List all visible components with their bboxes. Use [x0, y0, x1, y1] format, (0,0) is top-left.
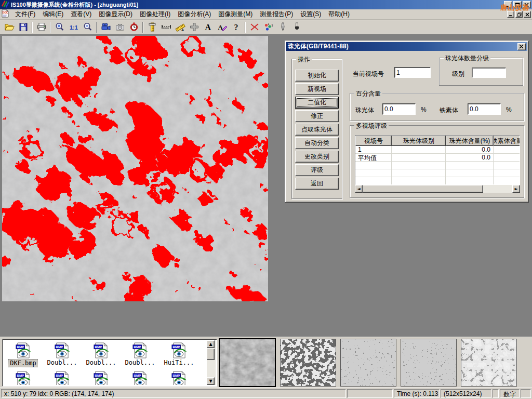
bmp-file-icon	[94, 371, 109, 385]
scroll-down-icon[interactable]: ▼	[207, 377, 215, 385]
table-row[interactable]: 10.0	[355, 146, 520, 154]
pick-pearlite-button[interactable]: 点取珠光体	[295, 124, 339, 136]
dialog-title-bar[interactable]: 珠光体(GB/T9441-88)	[286, 42, 527, 51]
table-header-1: 珠光体级别	[392, 136, 446, 146]
menu-item-image-display[interactable]: 图像显示(D)	[95, 9, 136, 20]
caliper-icon	[147, 22, 157, 32]
file-item[interactable]: DKF.bmp	[4, 340, 43, 367]
menu-item-image-process[interactable]: 图像处理(I)	[136, 9, 174, 20]
save-icon	[18, 22, 29, 32]
new-field-button[interactable]: 新视场	[295, 83, 339, 95]
dialog-close-button[interactable]	[517, 43, 526, 50]
current-field-input[interactable]	[394, 67, 431, 78]
zoom-in-button[interactable]	[52, 21, 66, 33]
return-button[interactable]: 返回	[295, 178, 339, 190]
table-cell: 1	[355, 146, 392, 154]
thumbnail-4[interactable]	[401, 339, 457, 387]
svg-text:3: 3	[271, 24, 273, 27]
status-time: Time (s): 0.113	[394, 389, 440, 398]
open-button[interactable]	[2, 21, 16, 33]
status-mode: 数字	[500, 389, 520, 398]
bmp-file-icon	[132, 342, 148, 358]
table-row[interactable]	[355, 177, 520, 185]
binarize-button[interactable]: 二值化	[295, 97, 339, 109]
brush-button[interactable]	[289, 21, 303, 33]
table-row[interactable]	[355, 162, 520, 169]
menu-bar: DOC 文件(F)编辑(E)查看(V)图像显示(D)图像处理(I)图像分析(A)…	[0, 9, 532, 20]
file-item[interactable]: Doubl...	[43, 340, 82, 367]
thumbnail-3[interactable]	[340, 339, 396, 387]
menu-item-view[interactable]: 查看(V)	[67, 9, 95, 20]
menu-item-report[interactable]: 测量报告(P)	[256, 9, 297, 20]
file-item[interactable]: HuiTi...	[159, 340, 198, 367]
file-item[interactable]	[121, 369, 159, 385]
menu-item-settings[interactable]: 设置(S)	[297, 9, 325, 20]
vscroll-thumb[interactable]	[207, 349, 215, 360]
svg-text:?: ?	[234, 23, 238, 32]
caliper-button[interactable]	[145, 21, 159, 33]
camera-icon	[115, 22, 125, 32]
menu-item-image-analysis[interactable]: 图像分析(A)	[174, 9, 215, 20]
text-button[interactable]: A	[201, 21, 215, 33]
file-item[interactable]	[159, 369, 198, 385]
hscroll-thumb[interactable]	[363, 185, 483, 193]
annotate-button[interactable]: A	[215, 21, 229, 33]
table-row[interactable]	[355, 169, 520, 177]
workspace: 珠光体(GB/T9441-88) 操作 初始化新视场二值化修正点取珠光体自动分类…	[0, 34, 532, 337]
thumbnail-2[interactable]	[280, 339, 336, 387]
file-item[interactable]: Doubl...	[82, 340, 121, 367]
menu-item-file[interactable]: 文件(F)	[11, 9, 39, 20]
thumbnail-1[interactable]	[219, 338, 276, 387]
grade-input[interactable]	[472, 68, 506, 78]
file-name: Doubl...	[85, 359, 117, 366]
table-hscrollbar[interactable]: ◄ ►	[355, 185, 520, 193]
file-item[interactable]	[82, 369, 121, 385]
measure-button[interactable]: A	[173, 21, 187, 33]
svg-text:1:1: 1:1	[70, 24, 78, 31]
print-button[interactable]	[34, 21, 48, 33]
thumbnail-5[interactable]	[461, 339, 517, 387]
toolbar-separator	[32, 22, 33, 33]
multi-field-group-label: 多视场评级	[354, 122, 389, 130]
count-points-button[interactable]: 1 3	[261, 21, 275, 33]
metallographic-image[interactable]	[2, 36, 268, 301]
bmp-file-icon	[94, 342, 109, 358]
zoom-out-button[interactable]	[81, 21, 95, 33]
file-item[interactable]	[4, 369, 43, 385]
pearlite-percent-unit: %	[421, 106, 427, 113]
help-button[interactable]: ?	[229, 21, 243, 33]
pen-button[interactable]	[275, 21, 289, 33]
menu-item-image-measure[interactable]: 图像测量(M)	[215, 9, 256, 20]
table-row[interactable]: 平均值0.0	[355, 154, 520, 162]
app-icon	[1, 0, 9, 9]
timer-button[interactable]	[127, 21, 141, 33]
initialize-button[interactable]: 初始化	[295, 70, 339, 82]
table-header-2: 珠光体含量(%)	[446, 136, 494, 146]
menu-item-edit[interactable]: 编辑(E)	[39, 9, 67, 20]
rating-table[interactable]: 视场号珠光体级别珠光体含量(%)铁素体含量(%)10.0平均值0.0	[355, 135, 520, 185]
change-class-button[interactable]: 更改类别	[295, 151, 339, 163]
move-button[interactable]	[187, 21, 201, 33]
scroll-left-icon[interactable]: ◄	[355, 185, 363, 193]
rate-button[interactable]: 评级	[295, 164, 339, 176]
file-item[interactable]	[43, 369, 82, 385]
video-capture-button[interactable]	[99, 21, 113, 33]
ruler-button[interactable]	[159, 21, 173, 33]
ferrite-percent-input[interactable]	[468, 103, 501, 115]
svg-text:1: 1	[268, 22, 269, 25]
mdi-minimize-icon	[509, 12, 513, 17]
file-item[interactable]: Doubl...	[121, 340, 159, 367]
scroll-right-icon[interactable]: ►	[512, 185, 520, 193]
pearlite-percent-input[interactable]	[382, 103, 416, 115]
actual-size-button[interactable]: 1:1	[66, 21, 81, 33]
file-list-scrollbar[interactable]: ▲ ▼	[207, 340, 216, 385]
scroll-up-icon[interactable]: ▲	[207, 340, 215, 348]
curve-button[interactable]	[247, 21, 261, 33]
save-button[interactable]	[16, 21, 30, 33]
table-cell	[494, 169, 520, 177]
thumbnail-strip	[219, 338, 521, 387]
correct-button[interactable]: 修正	[295, 110, 339, 122]
auto-classify-button[interactable]: 自动分类	[295, 137, 339, 149]
menu-item-help[interactable]: 帮助(H)	[325, 9, 353, 20]
camera-button[interactable]	[113, 21, 127, 33]
